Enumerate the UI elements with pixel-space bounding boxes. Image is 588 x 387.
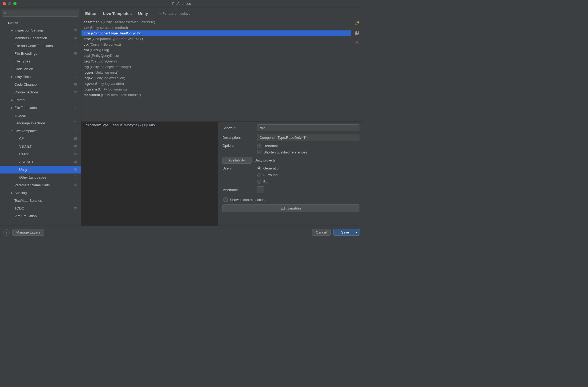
use-in-surround-radio[interactable]: [257, 173, 261, 177]
sidebar-item-emmet[interactable]: ▶Emmet: [0, 96, 81, 104]
close-window-icon[interactable]: [3, 2, 6, 5]
sidebar-item-file-types[interactable]: File Types: [0, 57, 81, 65]
breadcrumb-unity[interactable]: Unity: [138, 11, 148, 16]
sidebar-item-label: File Encodings: [14, 52, 74, 56]
chevron-right-icon[interactable]: ▶: [10, 29, 14, 32]
template-row-menuitem[interactable]: menuitem (Unity menu item handler): [81, 92, 351, 98]
sidebar-item-spelling[interactable]: ▶Spelling: [0, 189, 81, 197]
description-label: Description:: [222, 136, 254, 140]
chevron-down-icon[interactable]: ▼: [10, 130, 14, 132]
template-row-cor[interactable]: cor (Unity coroutine method): [81, 25, 351, 30]
chevron-right-icon[interactable]: ▶: [10, 99, 14, 101]
availability-button[interactable]: Availability:: [222, 157, 252, 164]
sidebar-item-label: C#: [19, 137, 74, 141]
template-abbr: logwarn: [84, 87, 98, 91]
template-row-ctx[interactable]: ctx (Current file context): [81, 42, 351, 47]
sidebar-item-unity[interactable]: Unity: [0, 166, 81, 173]
sidebar-item-label: File Types: [14, 59, 78, 63]
breadcrumb-live-templates[interactable]: Live Templates: [103, 11, 132, 16]
chevron-right-icon[interactable]: ▶: [10, 192, 14, 194]
sidebar-item-other-languages[interactable]: Other Languages: [0, 173, 81, 181]
sidebar-item-context-actions[interactable]: Context Actions: [0, 88, 81, 96]
template-row-assetmenu[interactable]: assetmenu (Unity CreateAssetMenu attribu…: [81, 19, 351, 25]
template-desc: (Current file context): [89, 42, 121, 46]
sidebar-item-file-and-code-templates[interactable]: File and Code Templates: [0, 42, 81, 50]
sidebar-item-inspection-settings[interactable]: ▶Inspection Settings: [0, 26, 81, 34]
for-current-solution-link[interactable]: ⧉ For current solution: [159, 11, 192, 15]
mnemonic-input[interactable]: [257, 186, 264, 193]
save-button-label: Save: [337, 230, 353, 234]
sidebar-item-c-[interactable]: C#: [0, 135, 81, 143]
sidebar-item-live-templates[interactable]: ▼Live Templates: [0, 127, 81, 135]
sidebar-item-textmate-bundles[interactable]: TextMate Bundles: [0, 197, 81, 204]
search-input[interactable]: ▾: [2, 10, 79, 17]
template-abbr: log: [84, 65, 90, 69]
sidebar-item-inlay-hints[interactable]: ▶Inlay Hints: [0, 73, 81, 81]
titlebar: Preferences: [0, 0, 363, 7]
template-row-logwarn[interactable]: logwarn (Unity log warning): [81, 86, 351, 92]
save-button[interactable]: Save ▼: [333, 229, 360, 236]
sidebar-item-vb-net[interactable]: VB.NET: [0, 143, 81, 150]
template-row-eqd[interactable]: eqd (EntityQueryDesc): [81, 53, 351, 58]
minimize-window-icon[interactable]: [8, 2, 11, 5]
shortcut-input[interactable]: [257, 124, 359, 131]
template-desc: (Unity log object/message): [90, 65, 131, 69]
sidebar-item-razor[interactable]: Razor: [0, 150, 81, 158]
sidebar-item-members-generation[interactable]: Members Generation: [0, 34, 81, 42]
maximize-window-icon[interactable]: [13, 2, 17, 5]
sidebar-item-file-encodings[interactable]: File Encodings: [0, 50, 81, 57]
sidebar-item-asp-net[interactable]: ASP.NET: [0, 158, 81, 166]
template-abbr: geq: [84, 59, 91, 63]
cancel-button[interactable]: Cancel: [312, 229, 331, 236]
template-row-logerr[interactable]: logerr (Unity log error): [81, 70, 351, 75]
show-in-context-action-checkbox[interactable]: [224, 198, 228, 202]
breadcrumb: Editor › Live Templates › Unity: [85, 11, 148, 16]
new-template-icon[interactable]: ✦: [355, 21, 359, 26]
template-desc: (Unity coroutine method): [90, 26, 128, 30]
template-row-geq[interactable]: geq (GetEntityQuery): [81, 58, 351, 64]
description-input[interactable]: [257, 134, 359, 141]
help-button[interactable]: ?: [3, 229, 10, 236]
template-abbr: logex: [84, 76, 94, 80]
copy-template-icon[interactable]: [355, 30, 359, 35]
scheme-icon: [74, 129, 78, 133]
use-in-surround-label: Surround: [263, 173, 277, 177]
template-abbr: ctx: [84, 42, 89, 46]
sidebar-item-label: Code Vision: [14, 67, 78, 71]
sidebar-item-code-vision[interactable]: Code Vision: [0, 65, 81, 73]
use-in-label: Use in:: [222, 166, 254, 170]
chevron-right-icon: ›: [99, 12, 100, 15]
template-row-dbl[interactable]: dbl (Debug.Log): [81, 47, 351, 53]
sidebar-item-code-cleanup[interactable]: Code Cleanup: [0, 81, 81, 88]
sidebar-item-images[interactable]: Images: [0, 112, 81, 119]
template-code-editor[interactable]: ComponentType.ReadOnly<$type$>()$END$: [81, 122, 218, 226]
shorten-refs-checkbox[interactable]: [257, 150, 261, 154]
sidebar-item-parameter-name-hints[interactable]: Parameter Name Hints: [0, 181, 81, 189]
manage-layers-button[interactable]: Manage Layers: [12, 229, 44, 236]
use-in-both-radio[interactable]: [257, 180, 261, 184]
template-list: assetmenu (Unity CreateAssetMenu attribu…: [81, 19, 351, 121]
sidebar-item-language-injections[interactable]: Language Injections: [0, 119, 81, 127]
template-row-ctro[interactable]: ctro (ComponentType.ReadOnly<T>): [81, 30, 351, 36]
layers-icon: [74, 160, 78, 164]
breadcrumb-editor[interactable]: Editor: [85, 11, 97, 16]
template-abbr: cor: [84, 26, 90, 30]
template-abbr: logvar: [84, 82, 95, 86]
use-in-generation-radio[interactable]: [257, 166, 261, 170]
svg-line-1: [6, 13, 7, 14]
template-row-logvar[interactable]: logvar (Unity log variable): [81, 81, 351, 86]
delete-template-icon[interactable]: [355, 40, 359, 45]
sidebar-item-vim-emulation[interactable]: Vim Emulation: [0, 212, 81, 220]
template-row-logex[interactable]: logex (Unity log exception): [81, 75, 351, 81]
chevron-right-icon[interactable]: ▶: [10, 76, 14, 78]
settings-tree: Editor▶Inspection SettingsMembers Genera…: [0, 19, 81, 226]
sidebar-item-todo[interactable]: TODO: [0, 204, 81, 212]
edit-variables-button[interactable]: Edit variables: [222, 204, 359, 212]
chevron-right-icon[interactable]: ▶: [10, 106, 14, 109]
reformat-checkbox[interactable]: [257, 144, 261, 148]
layers-icon: [74, 137, 78, 141]
sidebar-item-file-templates[interactable]: ▶File Templates: [0, 104, 81, 112]
template-row-log[interactable]: log (Unity log object/message): [81, 64, 351, 70]
template-row-ctrw[interactable]: ctrw (ComponentType.ReadWrite<T>): [81, 36, 351, 42]
save-dropdown-icon[interactable]: ▼: [353, 231, 360, 234]
